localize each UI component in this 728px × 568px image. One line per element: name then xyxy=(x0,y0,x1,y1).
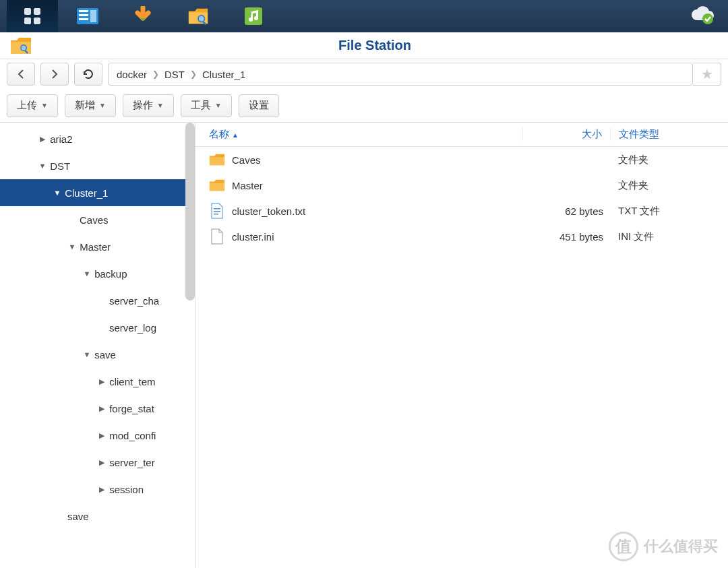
svg-rect-2 xyxy=(24,18,31,24)
svg-rect-0 xyxy=(24,8,31,15)
nav-bar: docker ❯ DST ❯ Cluster_1 ★ xyxy=(0,59,728,89)
music-icon xyxy=(243,5,264,27)
file-row[interactable]: cluster.ini451 bytesINI 文件 xyxy=(195,224,728,249)
breadcrumb-part[interactable]: Cluster_1 xyxy=(202,69,245,80)
tree-item-cluster1[interactable]: ▼ Cluster_1 xyxy=(0,179,195,206)
new-button[interactable]: 新增▼ xyxy=(65,94,116,117)
caret-down-icon: ▼ xyxy=(215,102,222,109)
svg-rect-21 xyxy=(214,208,220,210)
file-name: cluster.ini xyxy=(232,231,522,243)
control-panel-icon xyxy=(77,5,98,27)
sort-asc-icon: ▲ xyxy=(232,131,239,139)
taskbar-item-3[interactable] xyxy=(173,0,224,32)
apps-grid-icon xyxy=(22,5,43,27)
tree-item-backup[interactable]: ▼ backup xyxy=(0,260,195,287)
column-type[interactable]: 文件类型 xyxy=(610,128,728,141)
breadcrumb-part[interactable]: docker xyxy=(117,69,147,80)
file-icon xyxy=(209,204,225,218)
caret-down-icon: ▼ xyxy=(157,102,164,109)
file-list-header: 名称▲ 大小 文件类型 xyxy=(195,123,728,147)
tree-item[interactable]: ▶ forge_stat xyxy=(0,395,195,422)
download-icon xyxy=(132,5,154,27)
breadcrumb-part[interactable]: DST xyxy=(164,69,185,80)
svg-rect-1 xyxy=(34,8,40,15)
taskbar-apps-button[interactable] xyxy=(7,0,58,32)
app-folder-icon xyxy=(10,37,32,55)
tree-item[interactable]: server_log xyxy=(0,314,195,341)
taskbar-item-2[interactable] xyxy=(117,0,169,32)
tool-button[interactable]: 工具▼ xyxy=(181,94,232,117)
svg-rect-13 xyxy=(245,7,262,25)
tree-item-dst[interactable]: ▼ DST xyxy=(0,152,195,179)
svg-rect-20 xyxy=(210,183,224,191)
caret-down-icon: ▼ xyxy=(99,102,106,109)
tree-item-caves[interactable]: Caves xyxy=(0,206,195,233)
folder-tree: ▶ aria2 ▼ DST ▼ Cluster_1 Caves ▼ Master… xyxy=(0,123,195,530)
file-row[interactable]: Master文件夹 xyxy=(195,172,728,198)
taskbar xyxy=(0,0,728,32)
file-row[interactable]: Caves文件夹 xyxy=(195,147,728,172)
toolbar: 上传▼ 新增▼ 操作▼ 工具▼ 设置 xyxy=(0,89,728,123)
file-list: 名称▲ 大小 文件类型 Caves文件夹Master文件夹cluster_tok… xyxy=(195,123,728,568)
app-title: File Station xyxy=(32,38,718,53)
file-size: 62 bytes xyxy=(522,206,610,217)
tree-item-master[interactable]: ▼ Master xyxy=(0,233,195,260)
settings-button[interactable]: 设置 xyxy=(239,94,279,117)
tree-item-aria2[interactable]: ▶ aria2 xyxy=(0,125,195,152)
chevron-right-icon: ❯ xyxy=(190,69,197,79)
tree-item[interactable]: save xyxy=(0,503,195,530)
svg-rect-7 xyxy=(79,18,88,20)
svg-rect-6 xyxy=(79,14,88,16)
nav-refresh-button[interactable] xyxy=(74,63,102,86)
tree-item[interactable]: ▶ mod_confi xyxy=(0,422,195,449)
main: ▶ aria2 ▼ DST ▼ Cluster_1 Caves ▼ Master… xyxy=(0,123,728,568)
favorite-button[interactable]: ★ xyxy=(693,63,721,86)
file-type: 文件夹 xyxy=(610,179,728,192)
nav-back-button[interactable] xyxy=(7,63,35,86)
tree-item[interactable]: ▶ client_tem xyxy=(0,368,195,395)
file-row[interactable]: cluster_token.txt62 bytesTXT 文件 xyxy=(195,198,728,224)
taskbar-item-1[interactable] xyxy=(62,0,113,32)
folder-icon xyxy=(209,179,225,192)
file-size: 451 bytes xyxy=(522,231,610,243)
tree-item[interactable]: server_cha xyxy=(0,287,195,314)
app-header: File Station xyxy=(0,32,728,59)
svg-rect-23 xyxy=(214,214,218,215)
file-type: TXT 文件 xyxy=(610,205,728,218)
caret-down-icon: ▼ xyxy=(41,102,48,109)
file-name: Master xyxy=(232,180,522,191)
file-type: 文件夹 xyxy=(610,154,728,166)
tree-item[interactable]: ▶ session xyxy=(0,476,195,503)
upload-button[interactable]: 上传▼ xyxy=(7,94,58,117)
sidebar: ▶ aria2 ▼ DST ▼ Cluster_1 Caves ▼ Master… xyxy=(0,123,195,568)
svg-rect-5 xyxy=(79,10,88,12)
svg-rect-8 xyxy=(90,10,96,22)
svg-point-17 xyxy=(22,45,26,50)
svg-rect-19 xyxy=(210,157,224,165)
svg-rect-22 xyxy=(214,211,220,212)
column-size[interactable]: 大小 xyxy=(522,128,610,141)
svg-point-11 xyxy=(199,16,204,22)
tree-item[interactable]: ▶ server_ter xyxy=(0,449,195,476)
chevron-right-icon: ❯ xyxy=(152,69,159,79)
cloud-status-icon[interactable] xyxy=(690,5,715,27)
taskbar-item-4[interactable] xyxy=(228,0,279,32)
watermark-badge-icon: 值 xyxy=(609,532,638,561)
scrollbar[interactable] xyxy=(185,123,195,301)
file-name: Caves xyxy=(232,154,522,166)
svg-rect-3 xyxy=(34,18,40,24)
column-name[interactable]: 名称▲ xyxy=(195,128,522,141)
watermark: 值 什么值得买 xyxy=(609,532,718,561)
tree-item-save[interactable]: ▼ save xyxy=(0,341,195,368)
nav-forward-button[interactable] xyxy=(40,63,69,86)
file-icon xyxy=(209,230,225,243)
folder-icon xyxy=(209,153,225,166)
file-name: cluster_token.txt xyxy=(232,206,522,217)
action-button[interactable]: 操作▼ xyxy=(123,94,174,117)
file-type: INI 文件 xyxy=(610,230,728,243)
file-station-icon xyxy=(187,5,209,27)
breadcrumb[interactable]: docker ❯ DST ❯ Cluster_1 xyxy=(108,63,693,86)
